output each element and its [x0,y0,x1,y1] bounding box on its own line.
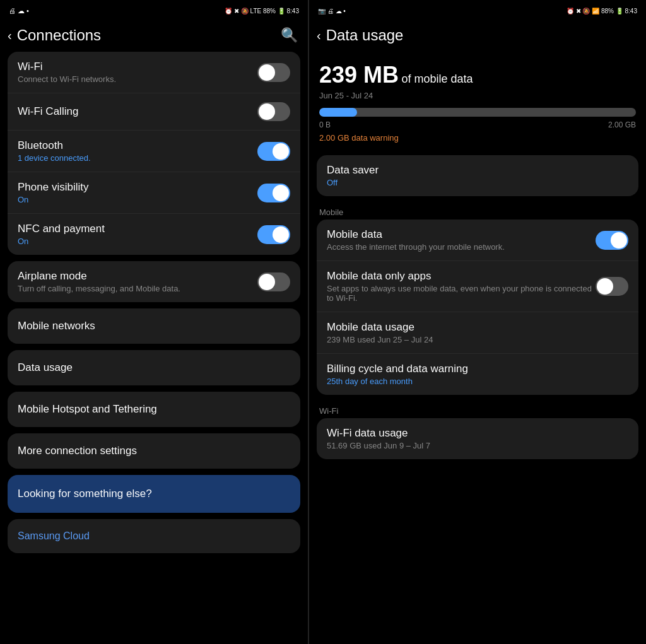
data-progress-fill [319,108,357,117]
right-panel: 📷 🖨 ☁ • ⏰ ✖ 🔕 📶 88% 🔋 8:43 ‹ Data usage … [309,0,646,644]
system-icons-right: ⏰ ✖ 🔕 📶 88% 🔋 8:43 [567,8,637,15]
data-summary-section: 239 MB of mobile data Jun 25 - Jul 24 0 … [309,52,646,155]
bluetooth-item[interactable]: Bluetooth 1 device connected. [8,131,300,172]
nfc-toggle[interactable] [257,225,290,244]
data-saver-item[interactable]: Data saver Off [317,155,638,196]
wifi-toggle[interactable] [257,63,290,82]
mobile-data-usage-item[interactable]: Mobile data usage 239 MB used Jun 25 – J… [317,312,638,354]
wifi-data-subtitle: 51.69 GB used Jun 9 – Jul 7 [327,441,628,450]
mobile-section-label: Mobile [317,202,638,220]
data-warning-text: 2.00 GB data warning [319,133,636,143]
data-header-left: ‹ Data usage [317,26,403,44]
phone-visibility-title: Phone visibility [18,181,257,194]
notification-icons-right: 📷 🖨 ☁ • [318,8,346,15]
mobile-data-only-subtitle: Set apps to always use mobile data, even… [327,284,596,303]
billing-cycle-title: Billing cycle and data warning [327,363,628,375]
phone-visibility-item[interactable]: Phone visibility On [8,172,300,214]
wifi-data-usage-item[interactable]: Wi-Fi data usage 51.69 GB used Jun 9 – J… [317,418,638,459]
data-amount-value: 239 MB [319,62,399,88]
mobile-data-item[interactable]: Mobile data Access the internet through … [317,220,638,261]
data-usage-settings-list: Data saver Off Mobile Mobile data Access… [309,155,646,644]
data-progress-bar [319,108,636,117]
back-button[interactable]: ‹ [8,28,12,43]
status-left-icons: 🖨 ☁ • [9,7,29,15]
range-end: 2.00 GB [608,120,636,129]
wifi-calling-title: Wi-Fi Calling [18,105,257,118]
data-usage-title: Data usage [326,26,404,44]
wifi-item[interactable]: Wi-Fi Connect to Wi-Fi networks. [8,52,300,93]
mobile-data-subtitle: Access the internet through your mobile … [327,242,596,252]
data-saver-text: Data saver Off [327,164,628,187]
mobile-networks-item[interactable]: Mobile networks [8,308,300,344]
hotspot-item[interactable]: Mobile Hotspot and Tethering [8,392,300,427]
mobile-data-text: Mobile data Access the internet through … [327,228,596,252]
airplane-title: Airplane mode [18,270,257,283]
data-saver-subtitle: Off [327,178,628,187]
wifi-section-label: Wi-Fi [317,401,638,418]
header-left: ‹ Connections [8,26,101,44]
mobile-data-usage-text: Mobile data usage 239 MB used Jun 25 – J… [327,321,628,344]
data-of-mobile-label: of mobile data [402,73,473,85]
data-range-labels: 0 B 2.00 GB [319,120,636,129]
wifi-data-text: Wi-Fi data usage 51.69 GB used Jun 9 – J… [327,427,628,450]
bluetooth-subtitle: 1 device connected. [18,153,257,163]
samsung-cloud-item[interactable]: Samsung Cloud [8,519,300,553]
bluetooth-text: Bluetooth 1 device connected. [18,139,257,163]
wifi-text: Wi-Fi Connect to Wi-Fi networks. [18,61,257,84]
bluetooth-toggle[interactable] [257,142,290,161]
bluetooth-title: Bluetooth [18,139,257,152]
phone-visibility-toggle[interactable] [257,184,290,202]
mobile-data-only-apps-item[interactable]: Mobile data only apps Set apps to always… [317,261,638,312]
phone-visibility-subtitle: On [18,195,257,204]
data-back-button[interactable]: ‹ [317,28,321,43]
connections-settings-list: Wi-Fi Connect to Wi-Fi networks. Wi-Fi C… [0,52,308,644]
airplane-text: Airplane mode Turn off calling, messagin… [18,270,257,293]
wifi-data-title: Wi-Fi data usage [327,427,628,440]
mobile-data-usage-title: Mobile data usage [327,321,628,334]
search-button[interactable]: 🔍 [281,27,298,44]
range-start: 0 B [319,120,331,129]
data-saver-title: Data saver [327,164,628,177]
wifi-data-group: Wi-Fi data usage 51.69 GB used Jun 9 – J… [317,418,638,459]
connections-title: Connections [17,26,101,44]
mobile-data-toggle[interactable] [596,231,628,250]
nfc-text: NFC and payment On [18,223,257,246]
nfc-item[interactable]: NFC and payment On [8,214,300,255]
more-connection-label: More connection settings [18,445,290,457]
data-usage-label: Data usage [18,361,290,374]
status-bar-right: 📷 🖨 ☁ • ⏰ ✖ 🔕 📶 88% 🔋 8:43 [309,0,646,20]
wifi-calling-item[interactable]: Wi-Fi Calling [8,93,300,131]
wifi-title: Wi-Fi [18,61,257,73]
airplane-toggle[interactable] [257,272,290,291]
connections-header: ‹ Connections 🔍 [0,20,308,52]
mobile-networks-label: Mobile networks [18,320,290,332]
data-date-range: Jun 25 - Jul 24 [319,91,636,100]
airplane-mode-item[interactable]: Airplane mode Turn off calling, messagin… [8,261,300,302]
left-panel: 🖨 ☁ • ⏰ ✖ 🔕 LTE 88% 🔋 8:43 ‹ Connections… [0,0,309,644]
data-saver-group: Data saver Off [317,155,638,196]
mobile-data-title: Mobile data [327,228,596,241]
billing-cycle-item[interactable]: Billing cycle and data warning 25th day … [317,354,638,395]
billing-cycle-text: Billing cycle and data warning 25th day … [327,363,628,386]
looking-for-something-item[interactable]: Looking for something else? [8,475,300,513]
notification-icons: 🖨 ☁ • [9,7,29,15]
samsung-cloud-label: Samsung Cloud [18,530,90,541]
system-icons: ⏰ ✖ 🔕 LTE 88% 🔋 8:43 [225,8,299,15]
data-amount-row: 239 MB of mobile data [319,62,636,88]
wifi-calling-text: Wi-Fi Calling [18,105,257,118]
wifi-subtitle: Connect to Wi-Fi networks. [18,74,257,84]
looking-label: Looking for something else? [18,488,290,500]
mobile-data-only-toggle[interactable] [596,277,628,296]
nfc-subtitle: On [18,237,257,246]
mobile-data-only-text: Mobile data only apps Set apps to always… [327,270,596,303]
phone-visibility-text: Phone visibility On [18,181,257,204]
connections-toggles-group: Wi-Fi Connect to Wi-Fi networks. Wi-Fi C… [8,52,300,255]
data-usage-item[interactable]: Data usage [8,350,300,385]
status-right-left-icons: 📷 🖨 ☁ • [318,8,346,15]
status-bar-left: 🖨 ☁ • ⏰ ✖ 🔕 LTE 88% 🔋 8:43 [0,0,308,20]
more-connection-settings-item[interactable]: More connection settings [8,433,300,469]
nfc-title: NFC and payment [18,223,257,235]
wifi-calling-toggle[interactable] [257,102,290,121]
data-usage-header: ‹ Data usage [309,20,646,52]
airplane-mode-group: Airplane mode Turn off calling, messagin… [8,261,300,302]
